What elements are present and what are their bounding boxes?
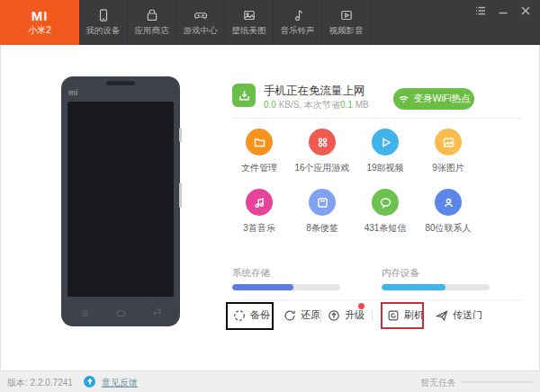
system-storage-label: 系统存储: [232, 267, 270, 280]
video-icon: [339, 8, 354, 22]
phone-home-icon: [115, 307, 127, 319]
wifi-icon: [398, 94, 410, 105]
music-icon: [246, 189, 273, 216]
feature-label: 9张图片: [432, 162, 464, 174]
window-controls: [475, 5, 531, 18]
divider: [232, 118, 522, 119]
phone-back-icon: [150, 307, 162, 319]
feature-apps-games[interactable]: 16个应用游戏: [291, 129, 354, 174]
mi-logo-block: MI 小米2: [0, 0, 79, 45]
apps-icon: [309, 129, 336, 156]
backup-highlight-box: [226, 302, 274, 330]
feature-videos[interactable]: 19部视频: [354, 129, 417, 174]
shopping-bag-icon: [145, 8, 159, 22]
note-icon: [309, 189, 336, 216]
feature-contacts[interactable]: 80位联系人: [417, 189, 480, 235]
saved-value: 0.1: [340, 100, 353, 110]
folder-icon: [246, 129, 273, 156]
feature-label: 19部视频: [366, 162, 403, 174]
tab-video[interactable]: 视频影音: [322, 0, 371, 45]
separator: [320, 309, 321, 322]
tab-music-ringtones[interactable]: 音乐铃声: [274, 0, 322, 45]
phone-earpiece: [106, 81, 135, 85]
separator: [372, 309, 373, 322]
tab-label: 视频影音: [329, 25, 364, 37]
feature-label: 80位联系人: [425, 222, 471, 235]
feature-label: 3首音乐: [243, 222, 275, 235]
restore-label: 还原: [301, 308, 320, 322]
tab-label: 音乐铃声: [281, 25, 315, 37]
upgrade-label: 升级: [345, 308, 364, 322]
task-status-text: 暂无任务: [420, 377, 456, 389]
picture-icon: [242, 8, 256, 22]
device-name: 小米2: [28, 24, 51, 37]
upgrade-icon: [328, 309, 340, 322]
status-subtitle: 0.0 KB/S, 本次节省0.1 MB: [264, 99, 369, 111]
version-text: 版本: 2.2.0.7241: [7, 377, 73, 389]
feature-grid: 文件管理 16个应用游戏 19部视频 9张图片 3首音乐 8条便签: [228, 129, 485, 235]
music-note-icon: [291, 8, 305, 22]
phone-mi-logo: mi: [68, 88, 78, 97]
upgrade-button[interactable]: 升级: [328, 308, 364, 322]
data-saving-icon: [232, 84, 256, 107]
feature-photos[interactable]: 9张图片: [417, 129, 480, 174]
portal-label: 传送门: [453, 308, 482, 322]
feature-notes[interactable]: 8条便签: [291, 189, 354, 235]
phone-power-button: [179, 128, 182, 142]
wifi-hotspot-button[interactable]: 变身WiFi热点: [393, 88, 474, 110]
system-storage-fill: [232, 284, 293, 290]
phone-nav-bar: [61, 307, 180, 319]
tab-label: 游戏中心: [184, 25, 218, 37]
gamepad-icon: [194, 8, 208, 22]
restore-button[interactable]: 还原: [284, 308, 320, 322]
contact-icon: [435, 189, 462, 216]
upgrade-notification-badge: [358, 303, 364, 309]
feature-label: 431条短信: [364, 222, 407, 235]
phone-menu-icon: [79, 307, 91, 319]
saved-unit: MB: [353, 100, 369, 110]
memory-device-bar: [382, 284, 490, 290]
feedback-link[interactable]: 意见反馈: [102, 377, 138, 389]
status-title: 手机正在免流量上网: [264, 84, 365, 99]
close-icon[interactable]: [520, 5, 531, 18]
speed-value: 0.0: [264, 100, 276, 110]
tab-game-center[interactable]: 游戏中心: [176, 0, 225, 45]
menu-list-icon[interactable]: [475, 5, 486, 18]
tab-wallpapers[interactable]: 壁纸美图: [225, 0, 274, 45]
phone-icon: [96, 8, 111, 22]
tab-app-store[interactable]: 应用商店: [128, 0, 176, 45]
feature-file-manager[interactable]: 文件管理: [228, 129, 291, 174]
status-bar: 版本: 2.2.0.7241 意见反馈 暂无任务: [0, 370, 540, 392]
phone-volume-button: [179, 183, 182, 208]
feature-label: 文件管理: [241, 162, 277, 174]
feature-label: 16个应用游戏: [294, 162, 349, 174]
flash-highlight-box: [381, 302, 424, 329]
wifi-button-label: 变身WiFi热点: [414, 93, 471, 105]
top-bar: MI 小米2 我的设备 应用商店 游戏中心 壁: [0, 0, 540, 45]
tab-bar: 我的设备 应用商店 游戏中心 壁纸美图 音乐铃声: [79, 0, 371, 45]
portal-button[interactable]: 传送门: [436, 308, 482, 322]
tab-label: 应用商店: [135, 25, 169, 37]
system-storage-bar: [232, 284, 340, 290]
tab-my-device[interactable]: 我的设备: [79, 0, 128, 45]
mi-logo: MI: [32, 9, 49, 22]
feature-music[interactable]: 3首音乐: [228, 189, 291, 235]
tab-label: 壁纸美图: [232, 25, 266, 37]
memory-device-fill: [382, 284, 446, 290]
divider: [228, 299, 522, 300]
image-icon: [435, 129, 462, 156]
update-check-icon[interactable]: [84, 376, 95, 388]
speed-unit: KB/S, 本次节省: [276, 100, 340, 110]
phone-screen: [68, 102, 174, 297]
restore-icon: [284, 309, 296, 322]
play-icon: [372, 129, 399, 156]
message-icon: [372, 189, 399, 216]
task-progress-track: [461, 381, 533, 383]
app-window: MI 小米2 我的设备 应用商店 游戏中心 壁: [0, 0, 540, 392]
memory-device-label: 内存设备: [382, 267, 419, 280]
feature-label: 8条便签: [306, 222, 338, 235]
minimize-icon[interactable]: [498, 5, 508, 18]
phone-preview: mi: [61, 76, 180, 326]
paper-plane-icon: [436, 309, 448, 322]
feature-sms[interactable]: 431条短信: [354, 189, 417, 235]
